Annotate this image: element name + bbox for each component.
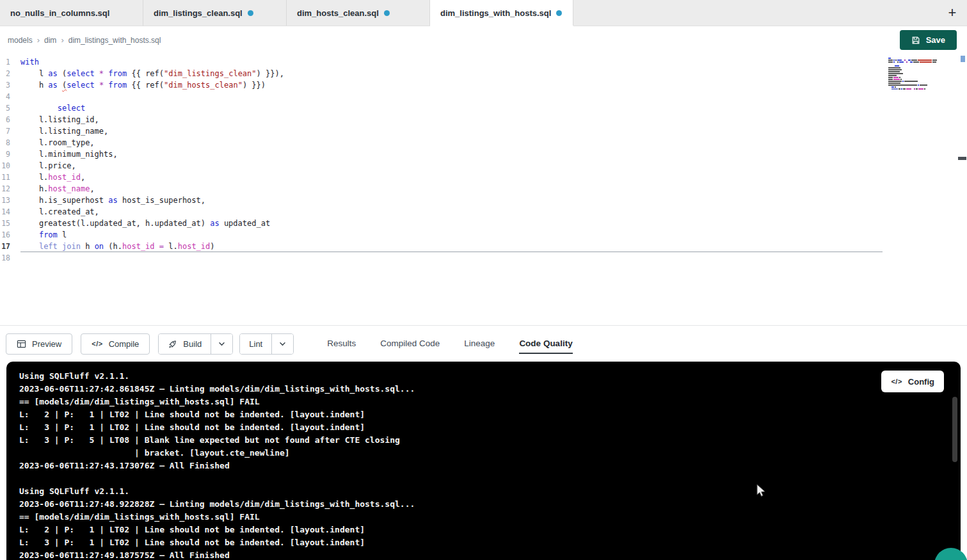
terminal-panel: Using SQLFluff v2.1.1.2023-06-06T11:27:4… <box>6 362 961 560</box>
code-line[interactable] <box>20 91 883 102</box>
breadcrumb: models›dim›dim_listings_with_hosts.sql <box>8 35 161 45</box>
rocket-icon <box>168 339 177 349</box>
breadcrumb-separator: › <box>37 35 40 45</box>
unsaved-changes-dot[interactable] <box>248 10 253 16</box>
editor-row: 4 <box>0 91 967 102</box>
terminal-line: Using SQLFluff v2.1.1. <box>19 370 948 383</box>
terminal-line: 2023-06-06T11:27:43.173076Z — All Finish… <box>19 460 948 472</box>
terminal-line: 2023-06-06T11:27:42.861845Z — Linting mo… <box>19 383 948 396</box>
line-number: 16 <box>0 229 20 241</box>
code-line[interactable]: left join h on (h.host_id = l.host_id) <box>20 241 883 252</box>
terminal-line: L: 2 | P: 1 | LT02 | Line should not be … <box>19 524 948 536</box>
editor-row: 6 l.listing_id, <box>0 114 967 125</box>
tab-label: no_nulls_in_columns.sql <box>10 8 109 18</box>
lint-label: Lint <box>249 339 262 349</box>
line-number: 10 <box>0 160 20 172</box>
code-line[interactable]: h.host_name, <box>20 183 883 195</box>
editor-row: 16 from l <box>0 229 967 241</box>
panel-tab-lineage[interactable]: Lineage <box>464 339 495 354</box>
new-tab-button[interactable]: + <box>938 0 967 26</box>
terminal-line: == [models/dim/dim_listings_with_hosts.s… <box>19 511 948 524</box>
scrollbar-annotation-blue <box>961 56 965 62</box>
code-editor[interactable]: 1with2 l as (select * from {{ ref("dim_l… <box>0 54 967 325</box>
editor-row: 9 l.minimum_nights, <box>0 148 967 160</box>
terminal-log: Using SQLFluff v2.1.1.2023-06-06T11:27:4… <box>19 370 948 560</box>
breadcrumb-item[interactable]: models <box>8 36 33 45</box>
editor-scrollbar[interactable] <box>958 54 967 325</box>
preview-button[interactable]: Preview <box>6 333 72 355</box>
action-toolbar: Preview </> Compile Build <box>0 325 967 362</box>
editor-row: 3 h as (select * from {{ ref("dim_hosts_… <box>0 79 967 91</box>
editor-tab[interactable]: no_nulls_in_columns.sql <box>0 0 143 26</box>
editor-row: 5 select <box>0 102 967 114</box>
scrollbar-thumb[interactable] <box>958 157 966 160</box>
code-line[interactable]: from l <box>20 229 883 241</box>
code-line[interactable]: l.listing_name, <box>20 125 883 137</box>
editor-row: 10 l.price, <box>0 160 967 172</box>
line-number: 12 <box>0 183 20 195</box>
line-number: 3 <box>0 79 20 91</box>
terminal-scrollbar[interactable] <box>952 397 957 462</box>
line-number: 8 <box>0 137 20 148</box>
unsaved-changes-dot[interactable] <box>556 10 562 16</box>
terminal-line: 2023-06-06T11:27:49.187575Z — All Finish… <box>19 549 948 560</box>
code-icon: </> <box>891 378 902 385</box>
compile-label: Compile <box>109 339 140 349</box>
code-line[interactable] <box>20 252 883 264</box>
file-header: models›dim›dim_listings_with_hosts.sql S… <box>0 26 967 54</box>
minimap <box>888 58 936 90</box>
line-number: 14 <box>0 206 20 218</box>
editor-row: 13 h.is_superhost as host_is_superhost, <box>0 195 967 206</box>
config-label: Config <box>908 377 934 387</box>
build-label: Build <box>183 339 202 349</box>
lint-button[interactable]: Lint <box>240 334 271 354</box>
breadcrumb-separator: › <box>61 35 63 45</box>
panel-tab-results[interactable]: Results <box>327 339 356 354</box>
breadcrumb-item[interactable]: dim_listings_with_hosts.sql <box>68 36 161 45</box>
line-number: 9 <box>0 148 20 160</box>
code-line[interactable]: with <box>20 56 883 68</box>
config-button[interactable]: </> Config <box>881 371 944 392</box>
editor-row: 8 l.room_type, <box>0 137 967 148</box>
line-number: 13 <box>0 195 20 206</box>
preview-label: Preview <box>32 339 61 349</box>
terminal-line: L: 3 | P: 5 | LT08 | Blank line expected… <box>19 434 948 447</box>
line-number: 15 <box>0 218 20 229</box>
code-line[interactable]: select <box>20 102 883 114</box>
terminal-line: L: 3 | P: 1 | LT02 | Line should not be … <box>19 421 948 434</box>
code-line[interactable]: l.listing_id, <box>20 114 883 125</box>
lint-split-button: Lint <box>239 333 294 355</box>
tab-label: dim_listings_clean.sql <box>154 8 243 18</box>
editor-tab[interactable]: dim_hosts_clean.sql <box>287 0 430 26</box>
table-icon <box>17 339 26 349</box>
build-button[interactable]: Build <box>159 334 211 354</box>
code-line[interactable]: l.price, <box>20 160 883 172</box>
editor-tab[interactable]: dim_listings_with_hosts.sql <box>430 0 573 26</box>
code-line[interactable]: l.room_type, <box>20 137 883 148</box>
tab-bar: no_nulls_in_columns.sqldim_listings_clea… <box>0 0 967 26</box>
code-line[interactable]: l.minimum_nights, <box>20 148 883 160</box>
editor-row: 14 l.created_at, <box>0 206 967 218</box>
tab-label: dim_hosts_clean.sql <box>297 8 379 18</box>
build-dropdown-button[interactable] <box>211 334 232 354</box>
panel-tab-compiled-code[interactable]: Compiled Code <box>380 339 440 354</box>
code-line[interactable]: h as (select * from {{ ref("dim_hosts_cl… <box>20 79 883 91</box>
code-line[interactable]: greatest(l.updated_at, h.updated_at) as … <box>20 218 883 229</box>
panel-tabs: ResultsCompiled CodeLineageCode Quality <box>327 326 572 362</box>
terminal-line: L: 2 | P: 1 | LT02 | Line should not be … <box>19 408 948 421</box>
code-line[interactable]: h.is_superhost as host_is_superhost, <box>20 195 883 206</box>
compile-button[interactable]: </> Compile <box>81 333 150 355</box>
line-number: 17 <box>0 241 20 252</box>
editor-tab[interactable]: dim_listings_clean.sql <box>143 0 287 26</box>
breadcrumb-item[interactable]: dim <box>44 36 56 45</box>
code-line[interactable]: l as (select * from {{ ref("dim_listings… <box>20 68 883 79</box>
terminal-line: Using SQLFluff v2.1.1. <box>19 485 948 498</box>
lint-dropdown-button[interactable] <box>271 334 293 354</box>
panel-tab-code-quality[interactable]: Code Quality <box>519 339 572 354</box>
save-button[interactable]: Save <box>900 30 957 50</box>
build-split-button: Build <box>158 333 233 355</box>
line-number: 4 <box>0 91 20 102</box>
code-line[interactable]: l.created_at, <box>20 206 883 218</box>
unsaved-changes-dot[interactable] <box>384 10 390 16</box>
code-line[interactable]: l.host_id, <box>20 172 883 183</box>
